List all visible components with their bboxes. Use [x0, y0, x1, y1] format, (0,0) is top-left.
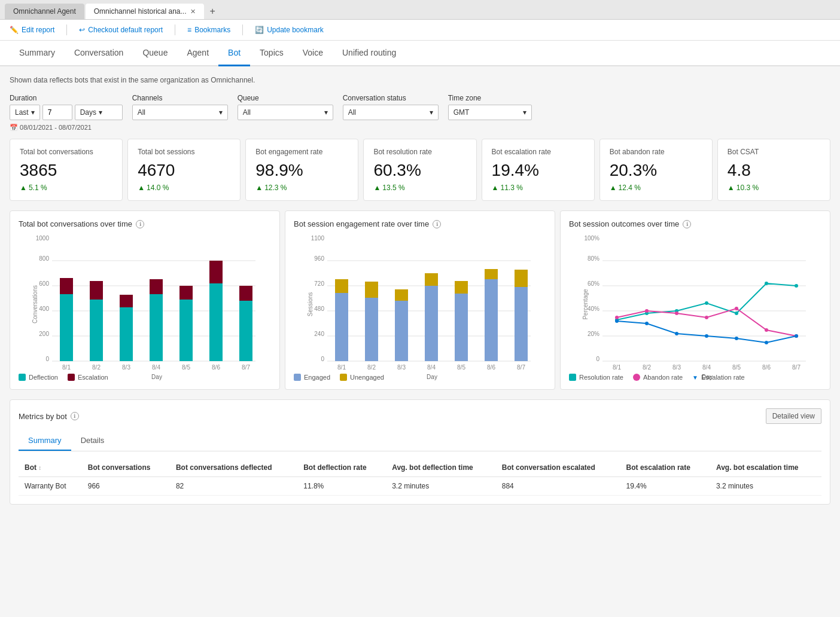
arrow-up-icon: ▲	[610, 184, 617, 192]
arrow-up-icon: ▲	[255, 184, 263, 192]
chevron-down-icon: ▾	[523, 108, 526, 117]
kpi-escalation-rate: Bot escalation rate 19.4% ▲ 11.3 %	[482, 139, 595, 201]
chevron-down-icon: ▾	[324, 108, 328, 117]
svg-text:8/5: 8/5	[457, 364, 465, 371]
svg-text:400: 400	[39, 306, 49, 312]
svg-text:800: 800	[39, 255, 49, 262]
svg-rect-55	[455, 281, 468, 294]
chart-conversations: Total bot conversations over time ℹ 0 20…	[10, 210, 280, 390]
info-icon[interactable]: ℹ	[683, 220, 691, 228]
queue-select[interactable]: All ▾	[238, 105, 333, 120]
svg-text:8/7: 8/7	[517, 364, 525, 371]
kpi-row: Total bot conversations 3865 ▲ 5.1 % Tot…	[10, 139, 830, 201]
arrow-up-icon: ▲	[492, 184, 499, 192]
svg-text:8/2: 8/2	[92, 364, 101, 371]
legend-color	[68, 374, 75, 381]
queue-filter: Queue All ▾	[238, 94, 333, 120]
kpi-title: Total bot conversations	[20, 148, 112, 156]
timezone-select[interactable]: GMT ▾	[448, 105, 532, 120]
nav-tab-queue[interactable]: Queue	[133, 41, 177, 66]
sub-tab-details[interactable]: Details	[71, 431, 114, 451]
svg-rect-18	[150, 294, 163, 361]
col-escalation-rate[interactable]: Bot escalation rate	[620, 459, 710, 477]
bar-chart-svg: 0 200 400 600 800 1000 Conversations	[19, 236, 271, 367]
nav-tab-topics[interactable]: Topics	[250, 41, 293, 66]
kpi-title: Bot engagement rate	[255, 148, 348, 156]
timezone-filter: Time zone GMT ▾	[448, 94, 532, 120]
col-deflection-rate[interactable]: Bot deflection rate	[297, 459, 386, 477]
svg-text:100%: 100%	[584, 235, 599, 242]
bookmarks-button[interactable]: ≡ Bookmarks	[187, 26, 230, 34]
svg-rect-19	[150, 279, 163, 294]
svg-text:200: 200	[39, 331, 49, 337]
nav-tab-summary[interactable]: Summary	[10, 41, 65, 66]
legend-abandon: Abandon rate	[633, 374, 683, 381]
svg-text:20%: 20%	[588, 331, 599, 337]
nav-tab-agent[interactable]: Agent	[177, 41, 218, 66]
kpi-change: ▲ 12.4 %	[610, 184, 702, 192]
toolbar-divider	[66, 25, 67, 35]
metrics-title: Metrics by bot ℹ	[19, 412, 79, 421]
duration-unit-select[interactable]: Days ▾	[75, 105, 123, 120]
kpi-abandon-rate: Bot abandon rate 20.3% ▲ 12.4 %	[599, 139, 713, 201]
info-icon[interactable]: ℹ	[71, 412, 79, 420]
svg-point-96	[675, 332, 678, 335]
bookmark-icon: ≡	[187, 26, 191, 34]
svg-text:8/6: 8/6	[487, 364, 495, 371]
svg-text:8/5: 8/5	[182, 364, 190, 371]
update-bookmark-button[interactable]: 🔄 Update bookmark	[255, 26, 324, 34]
channels-select[interactable]: All ▾	[132, 105, 228, 120]
nav-tab-conversation[interactable]: Conversation	[65, 41, 133, 66]
svg-rect-17	[120, 295, 133, 307]
info-icon[interactable]: ℹ	[433, 220, 441, 228]
add-tab-button[interactable]: +	[205, 4, 220, 19]
metrics-header: Metrics by bot ℹ Detailed view	[19, 408, 821, 424]
col-avg-escalation[interactable]: Avg. bot escalation time	[710, 459, 821, 477]
conv-status-select[interactable]: All ▾	[343, 105, 439, 120]
kpi-value: 3865	[20, 161, 112, 180]
svg-text:Day: Day	[151, 374, 162, 380]
chart-legend: Resolution rate Abandon rate ▼ Escalatio…	[569, 374, 821, 381]
duration-value-input[interactable]	[42, 105, 72, 120]
col-conversations[interactable]: Bot conversations	[82, 459, 170, 477]
col-avg-deflection[interactable]: Avg. bot deflection time	[386, 459, 496, 477]
svg-rect-24	[239, 301, 252, 361]
nav-tab-unified-routing[interactable]: Unified routing	[333, 41, 406, 66]
svg-text:8/4: 8/4	[152, 364, 160, 371]
chart-title: Bot session engagement rate over time ℹ	[294, 219, 546, 228]
tab-omnichannel-agent[interactable]: Omnichannel Agent	[5, 4, 84, 19]
col-bot[interactable]: Bot ↕	[19, 459, 82, 477]
info-icon[interactable]: ℹ	[136, 220, 144, 228]
svg-point-85	[765, 282, 768, 285]
checkout-report-button[interactable]: ↩ Checkout default report	[79, 26, 163, 34]
svg-text:8/7: 8/7	[242, 364, 250, 371]
svg-point-88	[645, 309, 649, 313]
sub-tab-summary[interactable]: Summary	[19, 431, 71, 451]
svg-text:8/3: 8/3	[122, 364, 130, 371]
table-row: Warranty Bot 966 82 11.8% 3.2 minutes 88…	[19, 477, 821, 496]
legend-unengaged: Unengaged	[340, 374, 384, 381]
svg-rect-54	[455, 294, 468, 361]
detailed-view-button[interactable]: Detailed view	[766, 408, 821, 424]
tab-omnichannel-historical[interactable]: Omnichannel historical ana... ✕	[86, 4, 204, 19]
svg-point-97	[705, 334, 708, 338]
legend-color	[294, 374, 301, 381]
checkout-icon: ↩	[79, 26, 85, 34]
charts-row: Total bot conversations over time ℹ 0 20…	[10, 210, 830, 390]
nav-tab-voice[interactable]: Voice	[293, 41, 333, 66]
edit-report-button[interactable]: ✏️ Edit report	[10, 26, 54, 34]
svg-text:480: 480	[314, 306, 324, 312]
col-escalated[interactable]: Bot conversation escalated	[496, 459, 620, 477]
chart-title: Total bot conversations over time ℹ	[19, 219, 271, 228]
chart-area: 0 20% 40% 60% 80% 100% Percentage	[569, 236, 821, 369]
close-icon[interactable]: ✕	[190, 8, 196, 16]
nav-tab-bot[interactable]: Bot	[218, 41, 250, 66]
svg-text:8/5: 8/5	[732, 364, 741, 371]
kpi-title: Total bot sessions	[138, 148, 230, 156]
svg-point-98	[735, 337, 738, 340]
svg-rect-51	[395, 289, 408, 301]
duration-type-select[interactable]: Last ▾	[10, 105, 40, 120]
cell-bot: Warranty Bot	[19, 477, 82, 496]
col-deflected[interactable]: Bot conversations deflected	[170, 459, 297, 477]
timezone-label: Time zone	[448, 94, 532, 102]
